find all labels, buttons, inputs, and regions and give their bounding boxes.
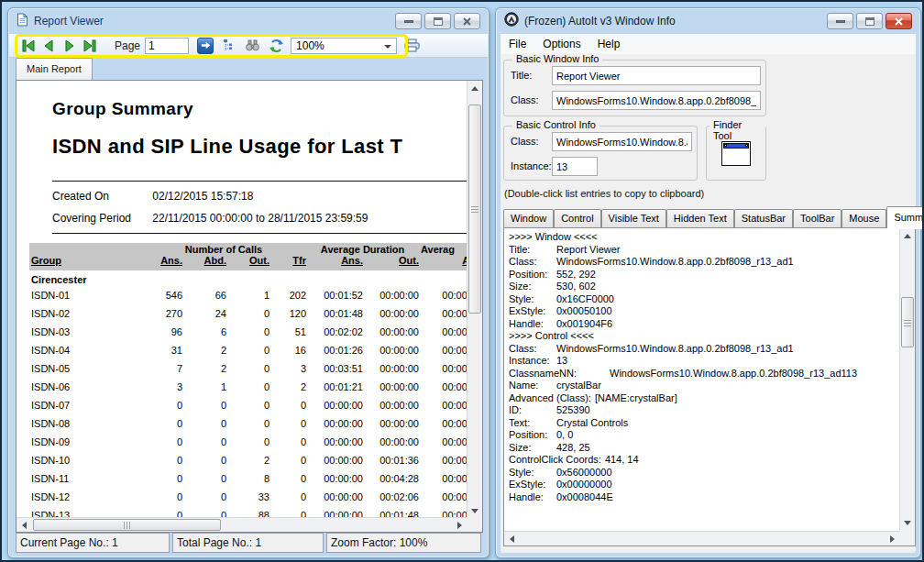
created-on-row: Created On 02/12/2015 15:57:18 (52, 190, 253, 203)
scroll-up-icon[interactable] (468, 81, 482, 95)
tab-toolbar[interactable]: ToolBar (793, 209, 842, 228)
close-button[interactable] (454, 13, 480, 29)
summary-line: ID:525390 (509, 404, 899, 417)
clipboard-note: (Double-click list entries to copy to cl… (504, 188, 704, 199)
vertical-scrollbar-thumb[interactable] (901, 297, 914, 347)
menu-help[interactable]: Help (589, 35, 629, 53)
horizontal-scrollbar[interactable] (16, 517, 467, 532)
minimize-button[interactable] (395, 13, 422, 29)
scroll-down-icon[interactable] (468, 503, 482, 518)
window-info-client: FileOptionsHelp Basic Window Info Title:… (500, 34, 916, 553)
search-icon[interactable] (243, 38, 261, 54)
summary-line: Style:0x16CF0000 (509, 293, 899, 306)
window-class-field[interactable] (552, 91, 761, 110)
header-average-duration: Average Duration (306, 244, 419, 255)
window-info-window: (Frozen) AutoIt v3 Window Info FileOptio… (495, 7, 921, 558)
col-group: Group (31, 255, 141, 266)
status-panel: Zoom Factor: 100% (326, 533, 481, 553)
close-icon (463, 17, 471, 26)
finder-tool-icon[interactable] (721, 141, 751, 166)
maximize-button[interactable] (424, 13, 451, 29)
print-button[interactable] (402, 38, 421, 54)
zoom-level-value: 100% (296, 39, 324, 52)
summary-line: Size:530, 602 (509, 281, 899, 293)
tab-summary[interactable]: Summary (886, 206, 924, 228)
control-instance-field[interactable] (552, 157, 598, 176)
maximize-icon (434, 17, 443, 26)
tab-window[interactable]: Window (503, 209, 554, 228)
tab-mouse[interactable]: Mouse (842, 209, 886, 228)
first-page-button[interactable] (19, 39, 38, 53)
scroll-up-icon[interactable] (900, 228, 915, 243)
minimize-button[interactable] (827, 13, 853, 29)
close-button[interactable] (886, 13, 912, 29)
scrollbar-corner (899, 531, 915, 545)
previous-page-button[interactable] (39, 39, 58, 53)
col-out: Out. (226, 255, 270, 266)
scroll-down-icon[interactable] (900, 515, 915, 530)
window-title-field[interactable] (552, 66, 761, 85)
maximize-button[interactable] (856, 13, 883, 29)
scroll-right-icon[interactable] (452, 518, 467, 532)
go-to-page-icon (200, 39, 212, 51)
vertical-scrollbar[interactable] (899, 228, 915, 545)
col-abd: Abd. (182, 255, 226, 266)
report-toolbar: Page 100% (9, 34, 488, 58)
window-info-titlebar[interactable]: (Frozen) AutoIt v3 Window Info (496, 8, 920, 34)
table-row: ISDN-07000000:00:0000:00:0000:00:0 (31, 396, 467, 414)
scroll-left-icon[interactable] (16, 518, 31, 532)
window-title-label: Title: (511, 70, 532, 81)
print-icon (403, 39, 421, 52)
chevron-down-icon[interactable] (384, 45, 391, 49)
tab-main-report[interactable]: Main Report (16, 58, 93, 80)
horizontal-scrollbar[interactable] (504, 531, 899, 545)
vertical-scrollbar-thumb[interactable] (468, 105, 481, 314)
document-icon (16, 13, 28, 30)
covering-period-label: Covering Period (52, 212, 149, 225)
vertical-scrollbar[interactable] (467, 81, 482, 518)
last-page-icon (82, 39, 97, 52)
autoit-icon (504, 12, 519, 30)
refresh-icon[interactable] (267, 38, 285, 54)
last-page-button[interactable] (80, 39, 98, 53)
control-class-field[interactable] (552, 132, 692, 151)
summary-line: Text:Crystal Controls (509, 417, 899, 430)
tab-hidden-text[interactable]: Hidden Text (666, 209, 734, 228)
next-page-button[interactable] (60, 39, 78, 53)
header-average-clipped: Averag (419, 244, 467, 255)
go-to-page-button[interactable] (197, 38, 214, 54)
report-title: Group Summary (52, 99, 193, 119)
control-class-label: Class: (511, 136, 539, 147)
scroll-left-icon[interactable] (504, 532, 519, 545)
basic-window-info-group: Basic Window Info Title: Class: (503, 60, 766, 116)
summary-line: Title:Report Viewer (509, 244, 899, 257)
menu-options[interactable]: Options (534, 35, 588, 53)
summary-listbox[interactable]: >>>> Window <<<<Title:Report ViewerClass… (503, 227, 916, 546)
status-panel: Current Page No.: 1 (16, 533, 170, 553)
summary-line: Position:552, 292 (509, 269, 899, 281)
horizontal-scrollbar-thumb[interactable] (33, 519, 221, 531)
report-viewer-titlebar[interactable]: Report Viewer (8, 8, 489, 34)
page-number-input[interactable] (145, 38, 189, 54)
group-tree-icon[interactable] (219, 38, 237, 54)
tab-statusbar[interactable]: StatusBar (734, 209, 793, 228)
page-label: Page (115, 39, 140, 52)
window-info-title: (Frozen) AutoIt v3 Window Info (524, 15, 676, 28)
control-instance-label: Instance: (511, 160, 552, 171)
menu-file[interactable]: File (500, 35, 534, 53)
col-ans: Ans. (141, 255, 182, 266)
col-an-clipped: An (419, 255, 467, 266)
scroll-right-icon[interactable] (885, 532, 899, 545)
report-viewer-window: Report Viewer Page (7, 7, 490, 558)
summary-line: Class:WindowsForms10.Window.8.app.0.2bf8… (509, 343, 899, 356)
table-row: ISDN-0154666120200:01:5200:00:0000:00:0 (31, 286, 467, 304)
created-on-value: 02/12/2015 15:57:18 (152, 190, 253, 203)
summary-line: ControlClick Coords:414, 14 (509, 454, 899, 467)
basic-window-info-label: Basic Window Info (512, 53, 602, 64)
finder-tool-label: Finder Tool (710, 119, 765, 141)
tab-control[interactable]: Control (554, 209, 600, 228)
zoom-level-dropdown[interactable]: 100% (291, 38, 397, 54)
menu-bar: FileOptionsHelp (500, 34, 916, 54)
table-row: ISDN-10002000:00:0000:01:3600:00:0 (31, 451, 467, 469)
tab-visible-text[interactable]: Visible Text (601, 209, 666, 228)
